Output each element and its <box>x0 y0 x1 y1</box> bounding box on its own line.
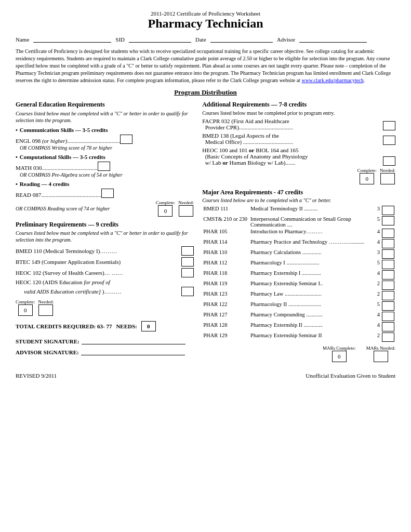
box-cell[interactable] <box>381 290 395 301</box>
course-num: PHAR 129 <box>202 332 249 342</box>
sig-section: STUDENT SIGNATURE: ADVISOR SIGNATURE: <box>16 338 194 355</box>
box-cell[interactable] <box>381 249 395 259</box>
box-cell[interactable] <box>381 238 395 249</box>
facpr-box[interactable] <box>383 121 395 130</box>
course-box[interactable] <box>382 322 394 331</box>
course-num: BMED 111 <box>202 205 249 216</box>
credit-num: 3 <box>370 205 381 216</box>
course-desc: Pharmacy Compounding ............ <box>249 311 370 322</box>
box-cell[interactable] <box>381 228 395 238</box>
math-box[interactable] <box>98 162 110 171</box>
course-box[interactable] <box>382 270 394 280</box>
course-box[interactable] <box>382 216 394 225</box>
heoc120-box[interactable] <box>181 287 194 296</box>
table-row: PHAR 114 Pharmacy Practice and Technolog… <box>202 238 395 249</box>
website-link[interactable]: www.clark.edu/pharmacytech <box>301 77 363 83</box>
course-num: PHAR 123 <box>202 290 249 301</box>
add-req-needed-box[interactable] <box>380 173 395 184</box>
gen-ed-complete-needed: OR COMPASS Reading score of 74 or higher… <box>16 200 194 217</box>
mars-row: MARs Complete: 0 MARs Needed: <box>202 345 395 362</box>
course-box[interactable] <box>382 301 394 311</box>
total-row: TOTAL CREDITS REQUIRED: 63- 77 NEEDS: 0 <box>16 321 194 331</box>
box-cell[interactable] <box>381 301 395 311</box>
credit-num: 2 <box>370 280 381 290</box>
course-desc: Pharmacology I ........................ <box>249 259 370 270</box>
course-desc: Interpersonal Communication or Small Gro… <box>249 216 370 228</box>
mars-complete-box[interactable]: 0 <box>332 351 347 362</box>
box-cell[interactable] <box>381 216 395 228</box>
course-box[interactable] <box>382 312 394 321</box>
prelim-sub: Courses listed below must be completed w… <box>16 230 194 243</box>
heoc102-box[interactable] <box>181 268 194 277</box>
read-course: READ 087................................… <box>16 192 101 198</box>
prelim-complete-box[interactable]: 0 <box>18 304 33 316</box>
credit-num: 4 <box>370 270 381 280</box>
box-cell[interactable] <box>381 332 395 342</box>
course-box[interactable] <box>382 332 394 342</box>
date-field[interactable] <box>210 36 273 43</box>
table-row: PHAR 110 Pharmacy Calculations .........… <box>202 249 395 259</box>
comm-skills-section: • Communication Skills — 3-5 credits ENG… <box>16 127 194 151</box>
credit-num: 5 <box>370 216 381 228</box>
intro-paragraph: The Certificate of Proficiency is design… <box>16 48 395 84</box>
gen-ed-header: General Education Requirements <box>16 101 194 109</box>
heoc100-box[interactable] <box>383 156 395 166</box>
course-box[interactable] <box>382 206 394 215</box>
course-box[interactable] <box>382 260 394 269</box>
bmed138-row: BMED 138 (Legal Aspects of the Medical O… <box>202 132 395 145</box>
gen-ed-sub: Courses listed below must be completed w… <box>16 110 194 124</box>
table-row: BMED 111 Medical Terminology II ........… <box>202 205 395 216</box>
engl-box[interactable] <box>120 135 132 144</box>
credit-num: 3 <box>370 249 381 259</box>
add-req-complete-needed: Complete: 0 Needed: <box>202 168 395 184</box>
box-cell[interactable] <box>381 205 395 216</box>
add-req-sub: Courses listed below must be completed p… <box>202 110 395 116</box>
course-box[interactable] <box>382 229 394 238</box>
course-desc: Pharmacy Externship II .............. <box>249 322 370 332</box>
btec149-row: BTEC 149 (Computer Application Essential… <box>16 257 194 267</box>
credit-num: 5 <box>370 301 381 311</box>
mars-needed-box[interactable] <box>374 351 388 362</box>
read-box[interactable] <box>101 189 114 198</box>
course-desc: Medical Terminology II .......... <box>249 205 370 216</box>
gen-ed-needed-box[interactable] <box>179 205 193 217</box>
sid-field[interactable] <box>129 36 191 43</box>
course-box[interactable] <box>382 239 394 248</box>
bmed138-box[interactable] <box>383 136 395 145</box>
add-req-complete-box[interactable]: 0 <box>360 173 374 184</box>
gen-ed-complete-box[interactable]: 0 <box>158 205 173 217</box>
course-num: CMST& 210 or 230 <box>202 216 249 228</box>
box-cell[interactable] <box>381 270 395 280</box>
bmed110-box[interactable] <box>181 246 194 256</box>
course-box[interactable] <box>382 249 394 259</box>
box-cell[interactable] <box>381 259 395 270</box>
unofficial-text: Unofficial Evaluation Given to Student <box>306 373 395 379</box>
course-num: PHAR 114 <box>202 238 249 249</box>
name-label: Name <box>16 36 29 43</box>
box-cell[interactable] <box>381 311 395 322</box>
left-column: General Education Requirements Courses l… <box>16 101 194 362</box>
sid-label: SID <box>115 36 125 43</box>
credit-num: 5 <box>370 259 381 270</box>
box-cell[interactable] <box>381 322 395 332</box>
advisor-field[interactable] <box>299 36 367 43</box>
heoc100-row: HEOC 100 and 101 or BIOL 164 and 165 (Ba… <box>202 147 395 166</box>
course-num: PHAR 119 <box>202 280 249 290</box>
name-field[interactable] <box>33 36 111 43</box>
prelim-needed-box[interactable] <box>38 304 53 316</box>
box-cell[interactable] <box>381 280 395 290</box>
course-num: PHAR 110 <box>202 249 249 259</box>
table-row: PHAR 122 Pharmacology II ...............… <box>202 301 395 311</box>
table-row: PHAR 123 Pharmacy Law ..................… <box>202 290 395 301</box>
advisor-sig-line[interactable] <box>81 349 185 355</box>
course-box[interactable] <box>382 281 394 290</box>
form-fields-row: Name SID Date Advisor <box>16 36 395 43</box>
btec149-box[interactable] <box>181 257 194 267</box>
prelim-complete-needed: Complete: 0 Needed: <box>16 299 194 316</box>
course-desc: Pharmacology II ........................ <box>249 301 370 311</box>
needs-box[interactable]: 0 <box>141 321 156 331</box>
student-sig-line[interactable] <box>82 338 185 344</box>
table-row: PHAR 119 Pharmacy Externship Seminar I..… <box>202 280 395 290</box>
table-row: CMST& 210 or 230 Interpersonal Communica… <box>202 216 395 228</box>
course-box[interactable] <box>382 291 394 300</box>
